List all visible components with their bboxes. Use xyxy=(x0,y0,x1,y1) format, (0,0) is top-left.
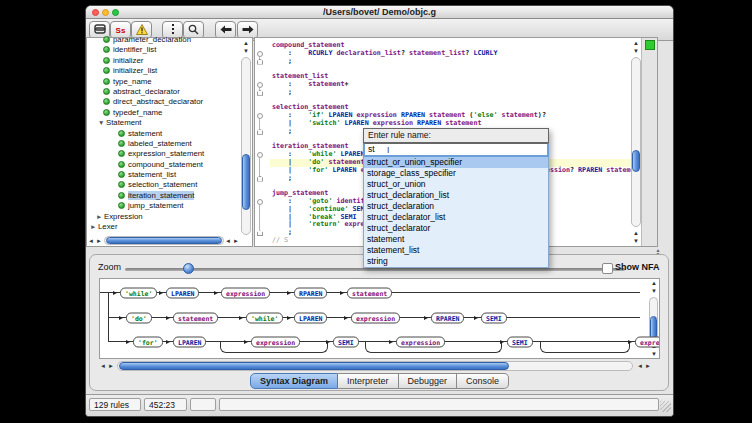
tab-debugger[interactable]: Debugger xyxy=(399,373,458,389)
tree-rule-typedef_name[interactable]: typedef_name xyxy=(88,108,240,118)
fold-open-icon[interactable] xyxy=(257,82,263,88)
resize-grip[interactable] xyxy=(660,401,671,412)
rule-suggestion-item[interactable]: storage_class_specifier xyxy=(364,168,548,179)
diagram-node-do[interactable]: 'do' xyxy=(126,312,152,323)
tree-horizontal-scroll-thumb[interactable] xyxy=(106,237,222,244)
diagram-node-while[interactable]: 'while' xyxy=(246,312,283,323)
diagram-scroll-right-button-2[interactable]: ► xyxy=(644,362,652,370)
zoom-slider[interactable] xyxy=(125,268,625,271)
diagram-node-expression[interactable]: expression xyxy=(396,336,445,347)
diagram-scroll-right-button[interactable]: ► xyxy=(107,362,115,370)
rule-suggestion-item[interactable]: struct_declaration_list xyxy=(364,190,548,201)
editor-scroll-up-button[interactable]: ▲ xyxy=(631,39,641,47)
editor-vertical-scroll-thumb[interactable] xyxy=(632,150,640,172)
tree-rule-parameter_declaration[interactable]: parameter_declaration xyxy=(88,35,240,45)
tab-console[interactable]: Console xyxy=(457,373,509,389)
diagram-node-LPAREN[interactable]: LPAREN xyxy=(294,312,327,323)
fold-close-icon[interactable] xyxy=(257,176,263,182)
rule-suggestion-item[interactable]: statement xyxy=(364,234,548,245)
fold-open-icon[interactable] xyxy=(257,51,263,57)
diagram-node-SEMI[interactable]: SEMI xyxy=(507,336,533,347)
rule-suggestion-item[interactable]: struct_declarator xyxy=(364,223,548,234)
rule-suggestion-item[interactable]: statement_list xyxy=(364,245,548,256)
diagram-node-for[interactable]: 'for' xyxy=(133,336,163,347)
diagram-scroll-down-button-2[interactable]: ▼ xyxy=(649,350,659,358)
zoom-slider-thumb[interactable] xyxy=(183,263,194,274)
tree-scroll-down-button[interactable]: ▼ xyxy=(241,47,251,55)
rule-suggestion-item[interactable]: struct_declaration xyxy=(364,201,548,212)
fold-connector xyxy=(259,205,260,230)
tree-scroll-right-button-2[interactable]: ► xyxy=(232,237,240,245)
fold-close-icon[interactable] xyxy=(257,230,263,236)
diagram-scroll-down-button[interactable]: ▼ xyxy=(649,287,659,295)
tree-rule-statement[interactable]: statement xyxy=(88,129,240,139)
tree-rule-selection_statement[interactable]: selection_statement xyxy=(88,180,240,190)
rule-suggestion-item[interactable]: struct_or_union xyxy=(364,179,548,190)
rule-icon xyxy=(118,202,125,209)
diagram-vertical-scrollbar[interactable] xyxy=(649,297,658,340)
tree-vertical-scroll-thumb[interactable] xyxy=(242,154,250,210)
tree-rule-expression_statement[interactable]: expression_statement xyxy=(88,149,240,159)
fold-close-icon[interactable] xyxy=(257,129,263,135)
tree-scroll-right-button[interactable]: ► xyxy=(95,237,103,245)
fold-open-icon[interactable] xyxy=(257,152,263,158)
tree-scroll-up-button[interactable]: ▲ xyxy=(241,39,251,47)
diagram-scroll-left-button-2[interactable]: ◄ xyxy=(636,362,644,370)
tree-rule-direct_abstract_declarator[interactable]: direct_abstract_declarator xyxy=(88,97,240,107)
fold-close-icon[interactable] xyxy=(257,59,263,65)
tree-scroll-left-button[interactable]: ◄ xyxy=(87,237,95,245)
editor-scroll-down-button[interactable]: ▼ xyxy=(631,47,641,55)
tree-rule-type_name[interactable]: type_name xyxy=(88,77,240,87)
chevron-right-icon[interactable]: ► xyxy=(96,212,104,222)
tab-syntax-diagram[interactable]: Syntax Diagram xyxy=(250,373,338,389)
tree-horizontal-scrollbar[interactable] xyxy=(104,236,224,245)
rule-suggestion-item[interactable]: struct_declarator_list xyxy=(364,212,548,223)
diagram-node-LPAREN[interactable]: LPAREN xyxy=(166,287,199,298)
tree-rule-abstract_declarator[interactable]: abstract_declarator xyxy=(88,87,240,97)
tree-rule-iteration_statement[interactable]: iteration_statement xyxy=(88,191,240,201)
fold-close-icon[interactable] xyxy=(257,90,263,96)
rule-suggestion-item[interactable]: struct_or_union_specifier xyxy=(364,157,548,168)
chevron-right-icon[interactable]: ► xyxy=(90,222,98,232)
tree-rule-labeled_statement[interactable]: labeled_statement xyxy=(88,139,240,149)
editor-scroll-up-button-2[interactable]: ▲ xyxy=(631,229,641,237)
diagram-node-expression[interactable]: expression xyxy=(221,287,270,298)
diagram-scroll-up-button[interactable]: ▲ xyxy=(649,279,659,287)
fold-open-icon[interactable] xyxy=(257,113,263,119)
diagram-node-expression[interactable]: expression xyxy=(251,336,300,347)
editor-line: ; xyxy=(272,128,292,136)
rule-name-input[interactable]: stI xyxy=(363,143,549,157)
tree-rule-initializer_list[interactable]: initializer_list xyxy=(88,66,240,76)
tree-rule-compound_statement[interactable]: compound_statement xyxy=(88,160,240,170)
fold-open-icon[interactable] xyxy=(257,199,263,205)
chevron-down-icon[interactable]: ▼ xyxy=(98,118,106,128)
tree-vertical-scrollbar[interactable] xyxy=(241,57,251,235)
diagram-node-SEMI[interactable]: SEMI xyxy=(481,312,507,323)
diagram-node-RPAREN[interactable]: RPAREN xyxy=(294,287,327,298)
diagram-horizontal-scroll-thumb[interactable] xyxy=(119,362,509,370)
diagram-node-RPAREN[interactable]: RPAREN xyxy=(431,312,464,323)
tree-group-Lexer[interactable]: ►Lexer xyxy=(88,222,240,232)
diagram-node-expression[interactable]: expression xyxy=(635,336,660,347)
rule-suggestion-item[interactable]: string xyxy=(364,256,548,267)
tree-rule-statement_list[interactable]: statement_list xyxy=(88,170,240,180)
diagram-node-while[interactable]: 'while' xyxy=(120,287,157,298)
title-bar[interactable]: /Users/bovet/ Demo/objc.g xyxy=(86,6,673,19)
diagram-node-expression[interactable]: expression xyxy=(351,312,400,323)
diagram-horizontal-scrollbar[interactable] xyxy=(117,361,633,371)
editor-scroll-down-button-2[interactable]: ▼ xyxy=(631,237,641,245)
show-nfa-checkbox[interactable] xyxy=(602,263,613,274)
diagram-node-statement[interactable]: statement xyxy=(173,312,218,323)
diagram-node-SEMI[interactable]: SEMI xyxy=(333,336,359,347)
tree-rule-jump_statement[interactable]: jump_statement xyxy=(88,201,240,211)
diagram-node-LPAREN[interactable]: LPAREN xyxy=(173,336,206,347)
tree-scroll-left-button-2[interactable]: ◄ xyxy=(224,237,232,245)
tree-rule-initializer[interactable]: initializer xyxy=(88,56,240,66)
editor-vertical-scrollbar[interactable] xyxy=(631,57,641,227)
tree-group-Statement[interactable]: ▼Statement xyxy=(88,118,240,128)
diagram-scroll-left-button[interactable]: ◄ xyxy=(99,362,107,370)
tab-interpreter[interactable]: Interpreter xyxy=(338,373,399,389)
tree-group-Expression[interactable]: ►Expression xyxy=(88,212,240,222)
diagram-node-statement[interactable]: statement xyxy=(347,287,392,298)
tree-rule-identifier_list[interactable]: identifier_list xyxy=(88,45,240,55)
